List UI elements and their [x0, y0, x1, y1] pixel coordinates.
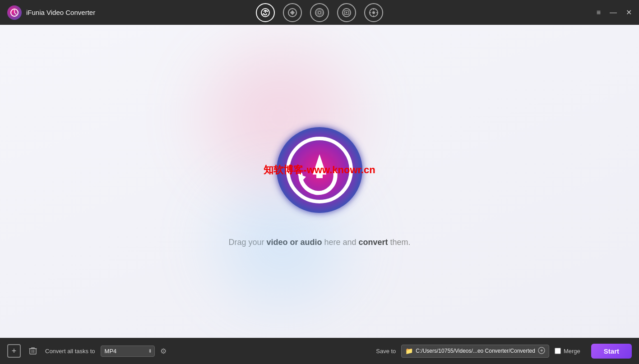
- toolbar-dvd-btn[interactable]: [310, 3, 329, 22]
- toolbar-compress-btn[interactable]: [283, 3, 302, 22]
- drop-area[interactable]: 知软博客-www.knowr.cn Drag your video or aud…: [228, 116, 410, 247]
- app-title: iFunia Video Converter: [26, 9, 95, 16]
- toolbar-icons: [256, 3, 383, 22]
- save-path-container[interactable]: 📁 C:/Users/10755/Videos/...eo Converter/…: [401, 345, 549, 358]
- app-logo-area: iFunia Video Converter: [7, 5, 95, 20]
- format-select[interactable]: MP4 AVI MOV MKV MP3 AAC FLAC WMV: [101, 346, 155, 357]
- drag-text-plain1: Drag your: [228, 238, 266, 247]
- merge-container: Merge: [555, 348, 580, 355]
- toolbar-toolbox-btn[interactable]: [364, 3, 383, 22]
- svg-rect-13: [316, 166, 323, 178]
- main-content: 知软博客-www.knowr.cn Drag your video or aud…: [0, 25, 639, 338]
- drag-text-bold2: convert: [359, 238, 388, 247]
- drag-text-bold1: video or audio: [266, 238, 322, 247]
- drag-text-plain3: them.: [388, 238, 411, 247]
- app-logo: [7, 5, 22, 20]
- add-task-button[interactable]: +: [7, 344, 21, 358]
- folder-icon: 📁: [405, 347, 413, 355]
- toolbar-videoedit-btn[interactable]: [337, 3, 356, 22]
- drag-text-plain2: here and: [322, 238, 358, 247]
- format-settings-button[interactable]: ⚙: [160, 347, 167, 355]
- drag-text: Drag your video or audio here and conver…: [228, 238, 410, 247]
- window-controls: ≡ — ✕: [597, 8, 632, 17]
- save-to-label: Save to: [376, 348, 396, 355]
- format-select-wrapper[interactable]: MP4 AVI MOV MKV MP3 AAC FLAC WMV: [101, 346, 155, 357]
- delete-task-button[interactable]: [26, 344, 40, 358]
- convert-all-label: Convert all tasks to: [45, 348, 95, 355]
- title-bar: iFunia Video Converter: [0, 0, 639, 25]
- svg-point-5: [318, 11, 321, 14]
- menu-btn[interactable]: ≡: [597, 9, 601, 17]
- converter-icon: 知软博客-www.knowr.cn: [265, 116, 374, 224]
- merge-checkbox[interactable]: [555, 348, 561, 354]
- toolbar-convert-btn[interactable]: [256, 3, 275, 22]
- open-folder-button[interactable]: [538, 347, 545, 355]
- close-btn[interactable]: ✕: [626, 8, 632, 17]
- save-path-text: C:/Users/10755/Videos/...eo Converter/Co…: [416, 348, 535, 354]
- bottom-bar: + Convert all tasks to MP4 AVI MOV MKV M…: [0, 338, 639, 364]
- svg-point-10: [372, 11, 375, 14]
- start-button[interactable]: Start: [591, 344, 632, 359]
- merge-label[interactable]: Merge: [564, 348, 580, 355]
- svg-point-6: [317, 10, 322, 15]
- minimize-btn[interactable]: —: [610, 9, 617, 17]
- svg-rect-14: [30, 349, 36, 354]
